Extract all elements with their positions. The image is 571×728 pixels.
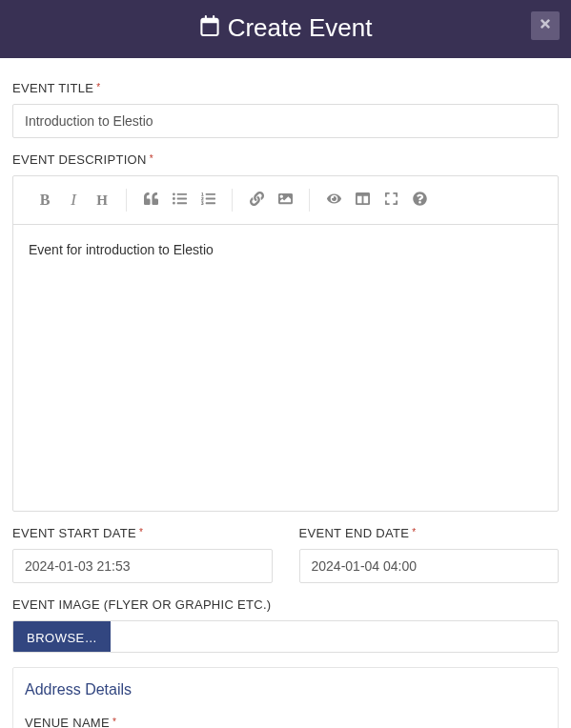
quote-button[interactable] [136, 186, 165, 214]
start-date-label: Event Start Date* [12, 526, 273, 540]
event-image-group: Event Image (Flyer or Graphic etc.) BROW… [12, 597, 559, 653]
rich-text-editor: B I H [12, 175, 559, 512]
event-title-label: Event Title* [12, 81, 559, 95]
ordered-list-button[interactable] [194, 186, 222, 214]
venue-name-label: Venue Name* [25, 716, 546, 728]
fullscreen-button[interactable] [377, 186, 405, 214]
modal-header: Create Event [0, 0, 571, 58]
modal-title-wrap: Create Event [199, 13, 373, 43]
modal-body: Event Title* Event Description* B I H [0, 58, 571, 728]
unordered-list-button[interactable] [165, 186, 194, 214]
end-date-group: Event End Date* [299, 526, 560, 583]
columns-icon [356, 192, 370, 210]
expand-icon [384, 192, 398, 210]
list-ul-icon [173, 192, 187, 210]
close-button[interactable] [531, 11, 560, 40]
editor-toolbar: B I H [13, 176, 558, 225]
quote-icon [144, 192, 158, 210]
question-icon [413, 192, 427, 210]
calendar-icon [199, 13, 220, 43]
event-title-group: Event Title* [12, 81, 559, 138]
eye-icon [327, 192, 341, 210]
image-button[interactable] [271, 186, 299, 214]
close-icon [539, 17, 552, 34]
end-date-input[interactable] [299, 549, 560, 583]
event-image-label: Event Image (Flyer or Graphic etc.) [12, 597, 559, 612]
italic-button[interactable]: I [59, 186, 88, 214]
browse-button[interactable]: BROWSE… [13, 621, 111, 653]
help-button[interactable] [405, 186, 434, 214]
preview-button[interactable] [319, 186, 348, 214]
editor-content[interactable]: Event for introduction to Elestio [13, 225, 558, 511]
address-panel: Address Details Venue Name* [12, 667, 559, 728]
file-name-display [111, 621, 558, 652]
event-title-input[interactable] [12, 104, 559, 138]
link-button[interactable] [242, 186, 271, 214]
modal-title: Create Event [228, 13, 373, 43]
list-ol-icon [201, 192, 215, 210]
bold-button[interactable]: B [31, 186, 59, 214]
link-icon [250, 192, 264, 210]
end-date-label: Event End Date* [299, 526, 560, 540]
heading-button[interactable]: H [88, 186, 116, 214]
event-description-group: Event Description* B I H [12, 152, 559, 512]
start-date-group: Event Start Date* [12, 526, 273, 583]
panel-title: Address Details [25, 681, 546, 698]
side-by-side-button[interactable] [348, 186, 377, 214]
image-icon [278, 192, 293, 210]
file-input-row: BROWSE… [12, 620, 559, 653]
event-description-label: Event Description* [12, 152, 559, 167]
start-date-input[interactable] [12, 549, 273, 583]
